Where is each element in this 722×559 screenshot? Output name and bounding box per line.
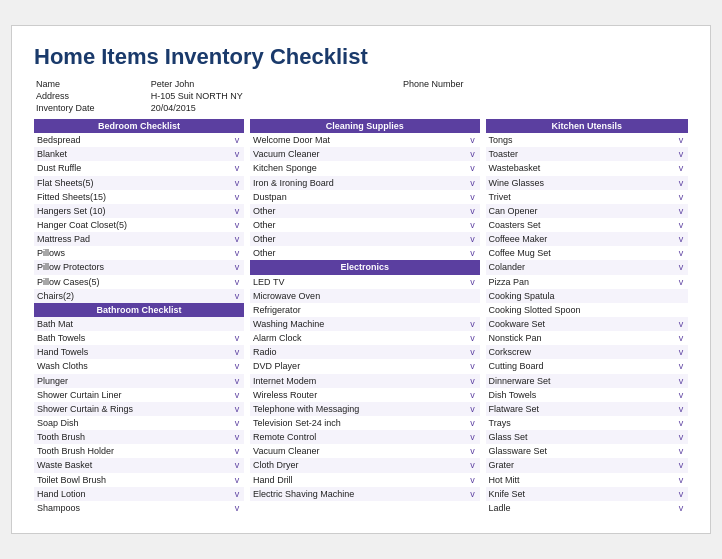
check-cell: v (674, 458, 688, 472)
check-cell: v (230, 388, 244, 402)
item-cell: Coffee Mug Set (486, 246, 675, 260)
item-cell: Bath Mat (34, 317, 230, 331)
item-cell: Other (250, 204, 465, 218)
checklist-table: Bedroom ChecklistCleaning SuppliesKitche… (34, 119, 688, 515)
check-cell: v (466, 275, 480, 289)
check-cell: v (230, 430, 244, 444)
check-cell: v (674, 331, 688, 345)
address-label: Address (34, 90, 149, 102)
check-cell: v (466, 345, 480, 359)
check-cell: v (230, 218, 244, 232)
check-cell: v (466, 359, 480, 373)
check-cell: v (674, 147, 688, 161)
check-cell: v (466, 416, 480, 430)
date-label: Inventory Date (34, 102, 149, 114)
item-cell: Telephone with Messaging (250, 402, 465, 416)
check-cell: v (230, 133, 244, 147)
item-cell: Shower Curtain & Rings (34, 402, 230, 416)
item-cell: Wine Glasses (486, 176, 675, 190)
check-cell: v (466, 133, 480, 147)
address-value: H-105 Suit NORTH NY (149, 90, 321, 102)
check-cell: v (466, 444, 480, 458)
item-cell: Pillows (34, 246, 230, 260)
item-cell: Flatware Set (486, 402, 675, 416)
item-cell: Tooth Brush (34, 430, 230, 444)
item-cell: Toilet Bowl Brush (34, 473, 230, 487)
item-cell: Glass Set (486, 430, 675, 444)
item-cell: Dust Ruffle (34, 161, 230, 175)
item-cell: Hand Drill (250, 473, 465, 487)
check-cell: v (466, 487, 480, 501)
checklist-container: Bedroom ChecklistCleaning SuppliesKitche… (34, 119, 688, 515)
check-cell: v (674, 190, 688, 204)
item-cell: Welcome Door Mat (250, 133, 465, 147)
check-cell: v (674, 430, 688, 444)
item-cell: Plunger (34, 374, 230, 388)
check-cell: v (230, 345, 244, 359)
check-cell: v (674, 246, 688, 260)
item-cell: Flat Sheets(5) (34, 176, 230, 190)
check-cell (674, 303, 688, 317)
name-label: Name (34, 78, 149, 90)
check-cell: v (674, 161, 688, 175)
check-cell: v (466, 402, 480, 416)
check-cell: v (230, 359, 244, 373)
check-cell: v (466, 246, 480, 260)
item-cell: Pillow Protectors (34, 260, 230, 274)
item-cell: Hanger Coat Closet(5) (34, 218, 230, 232)
item-cell: Other (250, 218, 465, 232)
check-cell: v (674, 444, 688, 458)
check-cell: v (466, 204, 480, 218)
item-cell: Ladle (486, 501, 675, 515)
check-cell: v (230, 458, 244, 472)
item-cell: DVD Player (250, 359, 465, 373)
check-cell: v (230, 374, 244, 388)
check-cell: v (466, 176, 480, 190)
check-cell: v (674, 275, 688, 289)
check-cell: v (230, 246, 244, 260)
check-cell: v (230, 275, 244, 289)
item-cell: Soap Dish (34, 416, 230, 430)
check-cell: v (230, 147, 244, 161)
item-cell: Bedspread (34, 133, 230, 147)
check-cell: v (230, 402, 244, 416)
item-cell: Hot Mitt (486, 473, 675, 487)
check-cell: v (674, 218, 688, 232)
item-cell: Dish Towels (486, 388, 675, 402)
check-cell: v (230, 416, 244, 430)
check-cell (466, 289, 480, 303)
item-cell: Coasters Set (486, 218, 675, 232)
item-cell: Kitchen Sponge (250, 161, 465, 175)
check-cell: v (674, 388, 688, 402)
check-cell: v (674, 317, 688, 331)
check-cell: v (230, 501, 244, 515)
item-cell: Hand Towels (34, 345, 230, 359)
page-container: Home Items Inventory Checklist Name Pete… (11, 25, 711, 534)
item-cell: Iron & Ironing Board (250, 176, 465, 190)
item-cell: Glassware Set (486, 444, 675, 458)
item-cell: Shampoos (34, 501, 230, 515)
item-cell: Chairs(2) (34, 289, 230, 303)
item-cell: Trivet (486, 190, 675, 204)
item-cell: Trays (486, 416, 675, 430)
item-cell: Fitted Sheets(15) (34, 190, 230, 204)
check-cell: v (674, 176, 688, 190)
check-cell: v (674, 374, 688, 388)
item-cell: Radio (250, 345, 465, 359)
item-cell: LED TV (250, 275, 465, 289)
page-title: Home Items Inventory Checklist (34, 44, 688, 70)
item-cell: Pizza Pan (486, 275, 675, 289)
check-cell: v (466, 458, 480, 472)
check-cell: v (466, 232, 480, 246)
check-cell: v (466, 161, 480, 175)
check-cell: v (230, 190, 244, 204)
check-cell: v (674, 260, 688, 274)
check-cell: v (674, 359, 688, 373)
item-cell: Other (250, 246, 465, 260)
section-header: Kitchen Utensils (486, 119, 689, 133)
item-cell: Vacuum Cleaner (250, 444, 465, 458)
item-cell: Grater (486, 458, 675, 472)
check-cell: v (230, 444, 244, 458)
check-cell: v (674, 501, 688, 515)
phone-value (516, 78, 688, 90)
